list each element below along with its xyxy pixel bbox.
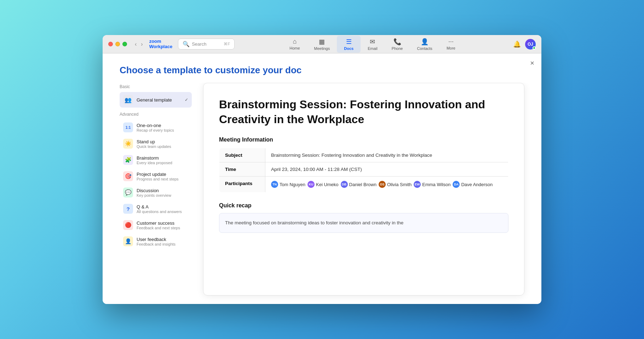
template-item-customer-success[interactable]: 🔴 Customer success Feedback and next ste… [120,217,192,233]
meetings-label: Meetings [314,46,330,51]
nav-item-home[interactable]: ⌂ Home [282,36,307,52]
general-template-name: General template [137,97,181,103]
template-item-one-on-one[interactable]: 1:1 One-on-one Recap of every topics [120,120,192,135]
titlebar: ‹ › zoom Workplace 🔍 Search ⌘F ⌂ Home ▦ … [103,35,541,53]
discussion-name: Discussion [137,188,188,193]
template-item-brainstorm[interactable]: 🧩 Brainstorm Every idea proposed [120,152,192,168]
meetings-icon: ▦ [319,38,325,46]
subject-label: Subject [219,148,265,162]
nav-item-phone[interactable]: 📞 Phone [385,36,410,53]
nav-item-email[interactable]: ✉ Email [361,36,385,53]
table-row-subject: Subject Brainstorming Session: Fostering… [219,148,508,162]
participant-olivia: OS Olivia Smith [379,181,412,188]
project-update-desc: Progress and next steps [137,177,188,181]
right-nav: 🔔 OJ [513,39,536,50]
right-panel: Brainstorming Session: Fostering Innovat… [203,83,524,295]
nav-item-contacts[interactable]: 👤 Contacts [410,36,439,53]
forward-button[interactable]: › [139,41,144,48]
standup-name: Stand up [137,139,188,144]
modal-close-button[interactable]: × [530,59,534,67]
general-template-check: ✓ [185,97,188,102]
nav-item-meetings[interactable]: ▦ Meetings [307,36,337,53]
customer-success-icon: 🔴 [123,220,133,230]
avatar[interactable]: OJ [525,39,536,50]
zoom-logo: zoom Workplace [149,39,173,49]
template-item-qa[interactable]: ? Q & A All questions and answers [120,201,192,217]
general-template-icon: 👥 [123,95,133,105]
template-item-general[interactable]: 👥 General template ✓ [120,92,192,108]
search-shortcut: ⌘F [224,42,230,46]
participants-value: TN Tom Nguyen KU Kei Umeko D [265,177,508,193]
close-traffic-light[interactable] [108,42,113,46]
olivia-avatar: OS [379,181,386,188]
phone-label: Phone [392,46,403,51]
participant-dave: DA Dave Anderson [453,181,493,188]
search-icon: 🔍 [183,41,190,47]
notification-bell-icon[interactable]: 🔔 [513,40,521,48]
customer-success-name: Customer success [137,220,188,226]
template-item-standup[interactable]: ☀️ Stand up Quick team updates [120,136,192,151]
quick-recap-box: The meeting focused on brainstorming ide… [219,213,508,233]
search-bar[interactable]: 🔍 Search ⌘F [178,39,235,50]
table-row-participants: Participants TN Tom Nguyen KU [219,177,508,193]
customer-success-desc: Feedback and next steps [137,226,188,230]
preview-content: Brainstorming Session: Fostering Innovat… [203,83,524,295]
center-nav: ⌂ Home ▦ Meetings ☰ Docs ✉ Email 📞 Phone… [282,36,462,53]
page-title: Choose a template to customize your doc [120,65,524,76]
qa-name: Q & A [137,204,188,209]
mac-window: ‹ › zoom Workplace 🔍 Search ⌘F ⌂ Home ▦ … [103,35,541,304]
discussion-icon: 💬 [123,188,133,197]
email-icon: ✉ [370,38,375,46]
doc-title: Brainstorming Session: Fostering Innovat… [219,97,508,127]
more-label: More [447,46,455,50]
docs-label: Docs [344,46,353,51]
phone-icon: 📞 [393,38,401,46]
template-item-project-update[interactable]: 🎯 Project update Progress and next steps [120,168,192,184]
participant-daniel: DB Daniel Brown [341,181,376,188]
meeting-info-table: Subject Brainstorming Session: Fostering… [219,148,508,193]
page-title-area: Choose a template to customize your doc [103,53,541,83]
one-on-one-name: One-on-one [137,123,188,128]
docs-icon: ☰ [346,38,352,46]
advanced-section-label: Advanced [120,112,192,117]
user-feedback-desc: Feedback and insights [137,242,188,246]
daniel-avatar: DB [341,181,348,188]
section-divider: Advanced [120,112,192,117]
template-item-discussion[interactable]: 💬 Discussion Key points overview [120,185,192,200]
back-button[interactable]: ‹ [133,41,138,48]
brainstorm-icon: 🧩 [123,155,133,165]
brainstorm-name: Brainstorm [137,155,188,161]
quick-recap-heading: Quick recap [219,202,508,209]
subject-value: Brainstorming Session: Fostering Innovat… [265,148,508,162]
nav-item-more[interactable]: ··· More [439,36,462,52]
participant-emma: EW Emma Wilson [414,181,450,188]
traffic-lights [108,42,127,46]
two-panel: Basic 👥 General template ✓ Advanced 1:1 [103,83,541,304]
maximize-traffic-light[interactable] [122,42,127,46]
nav-item-docs[interactable]: ☰ Docs [337,36,361,53]
main-content: × Choose a template to customize your do… [103,53,541,304]
basic-section-label: Basic [120,84,192,89]
brainstorm-desc: Every idea proposed [137,161,188,165]
one-on-one-desc: Recap of every topics [137,128,188,132]
emma-avatar: EW [414,181,421,188]
nav-arrows: ‹ › [133,41,144,48]
user-feedback-name: User feedback [137,237,188,242]
standup-icon: ☀️ [123,139,133,149]
search-placeholder: Search [192,41,206,47]
discussion-desc: Key points overview [137,193,188,197]
minimize-traffic-light[interactable] [115,42,120,46]
user-feedback-icon: 👤 [123,236,133,246]
participant-tom: TN Tom Nguyen [271,181,305,188]
online-status-dot [533,46,536,50]
qa-desc: All questions and answers [137,209,188,214]
table-row-time: Time April 23, 2024, 10:00 AM - 11:28 AM… [219,162,508,177]
home-icon: ⌂ [293,38,297,45]
zoom-logo-line1: zoom [149,39,173,44]
template-item-user-feedback[interactable]: 👤 User feedback Feedback and insights [120,234,192,249]
standup-desc: Quick team updates [137,144,188,149]
more-icon: ··· [448,38,454,45]
quick-recap-text: The meeting focused on brainstorming ide… [225,220,403,225]
zoom-logo-line2: Workplace [149,44,173,49]
participant-kei: KU Kei Umeko [307,181,339,188]
